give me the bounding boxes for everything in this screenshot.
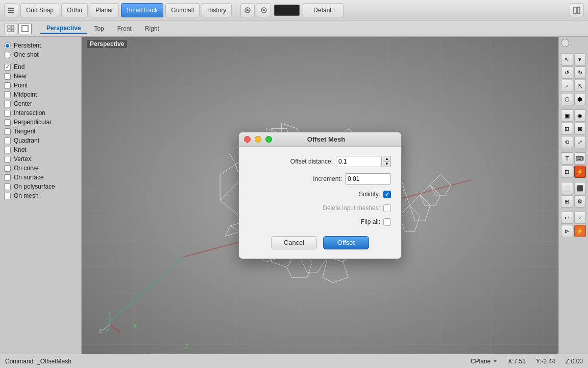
snap-perpendicular[interactable]: Perpendicular [4, 118, 77, 127]
rt-tool6b-btn[interactable]: ⊠ [574, 123, 586, 135]
stepper-up-btn[interactable]: ▲ [383, 156, 391, 162]
tab-right[interactable]: Right [139, 24, 165, 33]
y-coord: Y:-2.44 [536, 358, 555, 365]
tangent-checkbox[interactable] [4, 128, 11, 135]
default-btn[interactable]: Default [303, 3, 344, 17]
increment-input[interactable] [345, 173, 391, 185]
intersection-checkbox[interactable] [4, 110, 11, 117]
on-mesh-checkbox[interactable] [4, 193, 11, 199]
rt-sphere-btn[interactable]: ◉ [574, 109, 586, 122]
perpendicular-checkbox[interactable] [4, 119, 11, 126]
rt-cursor-btn[interactable]: ↖ [561, 53, 573, 65]
rt-tool3b-btn[interactable]: ⇱ [574, 80, 586, 92]
rt-dim2-btn[interactable]: ⚡ [574, 166, 586, 178]
smarttrack-btn[interactable]: SmartTrack [121, 3, 164, 17]
viewport-grid-icon[interactable] [4, 23, 17, 34]
grid-snap-btn[interactable]: Grid Snap [20, 3, 59, 17]
rt-dim-btn[interactable]: ⊟ [561, 166, 573, 178]
dialog-titlebar: Offset Mesh [239, 132, 401, 147]
viewport[interactable]: Y X Z [82, 37, 558, 354]
rt-row-1: ↖ ▾ [561, 53, 586, 65]
tab-front[interactable]: Front [111, 24, 138, 33]
snap-on-mesh[interactable]: On mesh [4, 191, 77, 200]
offset-distance-input[interactable] [336, 156, 382, 167]
history-btn[interactable]: History [202, 3, 232, 17]
rt-tool4b-btn[interactable]: ⬢ [574, 93, 586, 105]
rt-grid-btn[interactable]: ⊞ [561, 195, 573, 208]
layout-toggle-btn[interactable] [570, 3, 584, 17]
tab-perspective[interactable]: Perspective [40, 24, 87, 34]
snap-on-surface[interactable]: On surface [4, 173, 77, 182]
near-label: Near [14, 73, 27, 80]
increment-label: Increment: [249, 175, 342, 182]
rt-tool6a-btn[interactable]: ⊞ [561, 123, 573, 135]
snap-vertex[interactable]: Vertex [4, 154, 77, 164]
rt-rotate-right-btn[interactable]: ↻ [574, 66, 586, 79]
quadrant-checkbox[interactable] [4, 137, 11, 144]
snap-point[interactable]: Point [4, 81, 77, 90]
rt-tool3a-btn[interactable]: ⌿ [561, 80, 573, 92]
on-surface-checkbox[interactable] [4, 174, 11, 181]
rt-text-btn[interactable]: T [561, 152, 573, 165]
snap-tangent[interactable]: Tangent [4, 127, 77, 136]
target-btn[interactable] [257, 3, 271, 17]
solidify-checkbox[interactable] [383, 191, 391, 198]
rt-options-btn[interactable]: ⚙ [574, 195, 586, 208]
cancel-button[interactable]: Cancel [271, 236, 317, 249]
rt-text2-btn[interactable]: ⌨ [574, 152, 586, 165]
one-shot-radio[interactable] [4, 52, 11, 58]
snap-on-polysurface[interactable]: On polysurface [4, 182, 77, 191]
offset-button[interactable]: Offset [323, 236, 369, 249]
ortho-btn[interactable]: Ortho [61, 3, 88, 17]
knot-label: Knot [14, 146, 27, 153]
rt-dropdown-btn[interactable]: ▾ [574, 53, 586, 65]
snap-intersection[interactable]: Intersection [4, 108, 77, 118]
planar-btn[interactable]: Planar [90, 3, 119, 17]
snap-quadrant[interactable]: Quadrant [4, 136, 77, 145]
gumball-btn[interactable]: Gumball [165, 3, 200, 17]
snap-midpoint[interactable]: Midpoint [4, 90, 77, 99]
point-checkbox[interactable] [4, 82, 11, 89]
dialog-close-btn[interactable] [244, 136, 251, 143]
rt-obj-btn[interactable]: ⬜ [561, 182, 573, 194]
rt-check-btn[interactable]: ✓ [574, 212, 586, 224]
near-checkbox[interactable] [4, 73, 11, 80]
rt-scale-btn[interactable]: ⤢ [574, 136, 586, 148]
svg-rect-7 [574, 7, 576, 13]
viewport-single-icon[interactable] [18, 23, 32, 34]
command-text: Command: _OffsetMesh [5, 358, 460, 365]
end-checkbox[interactable]: ✓ [4, 64, 11, 71]
snap-one-shot[interactable]: One shot [4, 50, 77, 59]
tab-top[interactable]: Top [88, 24, 110, 33]
delete-input-checkbox[interactable] [383, 204, 391, 212]
rt-orange-btn[interactable]: ⚡ [574, 225, 586, 237]
snap-end[interactable]: ✓ End [4, 62, 77, 72]
on-curve-checkbox[interactable] [4, 165, 11, 172]
snap-persistent[interactable]: Persistent [4, 41, 77, 50]
center-checkbox[interactable] [4, 101, 11, 107]
knot-checkbox[interactable] [4, 147, 11, 153]
rt-tool4a-btn[interactable]: ⬡ [561, 93, 573, 105]
rt-obj2-btn[interactable]: ⬛ [574, 182, 586, 194]
stepper-down-btn[interactable]: ▼ [383, 162, 391, 167]
rt-cube-btn[interactable]: ▣ [561, 109, 573, 122]
rt-undo-btn[interactable]: ↩ [561, 212, 573, 224]
midpoint-checkbox[interactable] [4, 91, 11, 98]
rt-move-btn[interactable]: ⟲ [561, 136, 573, 148]
color-swatch[interactable] [274, 5, 300, 16]
rt-rotate-left-btn[interactable]: ↺ [561, 66, 573, 79]
snap-knot[interactable]: Knot [4, 145, 77, 154]
snap-on-curve[interactable]: On curve [4, 164, 77, 173]
record-btn[interactable] [240, 3, 255, 17]
vertex-checkbox[interactable] [4, 156, 11, 163]
on-polysurface-checkbox[interactable] [4, 183, 11, 190]
flip-all-checkbox[interactable] [383, 218, 391, 226]
sidebar-toggle-btn[interactable] [4, 3, 18, 17]
snap-center[interactable]: Center [4, 99, 77, 108]
rt-filter-btn[interactable]: ⊳ [561, 225, 573, 237]
snap-near[interactable]: Near [4, 72, 77, 81]
persistent-radio[interactable] [4, 42, 11, 49]
solidify-row: Solidify: [249, 191, 391, 198]
rt-row-5: ▣ ◉ [561, 109, 586, 122]
cplane-selector[interactable]: CPlane [471, 358, 498, 365]
